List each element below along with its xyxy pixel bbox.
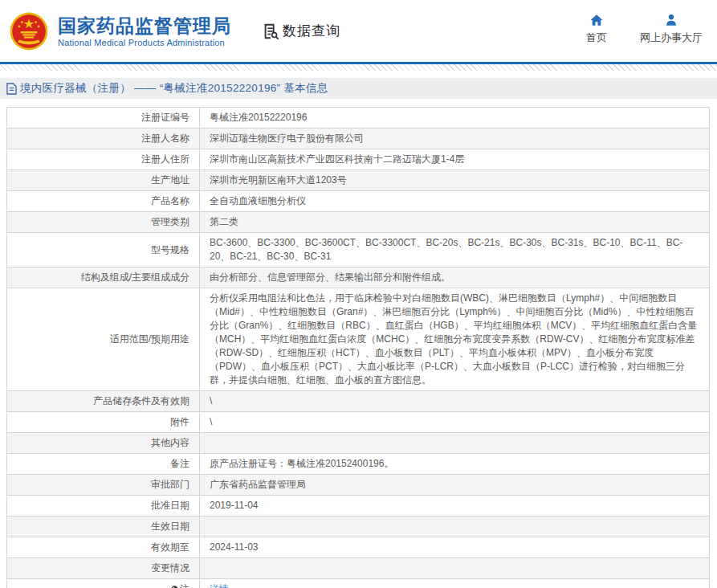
row-value: 由分析部分、信息管理部分、结果输出部分和附件组成。 [200, 267, 710, 288]
document-icon [6, 83, 17, 95]
registration-info-table-wrap: 注册证编号 粤械注准20152220196 注册人名称 深圳迈瑞生物医疗电子股份… [0, 107, 717, 588]
row-label: 注册人名称 [7, 129, 200, 149]
breadcrumb-text: 境内医疗器械（注册） —— “粤械注准20152220196” 基本信息 [20, 81, 328, 96]
row-label: 审批部门 [7, 475, 200, 496]
table-row: 审批部门 广东省药品监督管理局 [7, 475, 710, 496]
data-query-icon [262, 22, 279, 40]
nav-item-label: 网上办事大厅 [640, 31, 703, 45]
row-value: 深圳市南山区高新技术产业园区科技南十二路迈瑞大厦1-4层 [200, 149, 710, 170]
site-header: 国家药品监督管理局 National Medical Products Admi… [0, 0, 717, 62]
table-row: 注册人名称 深圳迈瑞生物医疗电子股份有限公司 [7, 129, 710, 149]
row-label: 管理类别 [7, 212, 200, 233]
table-row: 有效期至 2024-11-03 [7, 537, 710, 558]
row-value: 分析仪采用电阻法和比色法，用于临床检验中对白细胞数目(WBC)、淋巴细胞数目（L… [200, 288, 710, 391]
row-value: 全自动血液细胞分析仪 [200, 191, 710, 212]
table-row: 管理类别 第二类 [7, 212, 710, 233]
row-label: 型号规格 [7, 233, 200, 267]
row-label: 变更情况 [7, 558, 200, 579]
row-label: 适用范围/预期用途 [7, 288, 200, 391]
row-label: 有效期至 [7, 537, 200, 558]
row-label: 注册证编号 [7, 108, 200, 129]
home-icon [589, 13, 604, 27]
row-label: 备注 [7, 454, 200, 475]
national-emblem-logo [8, 10, 50, 52]
row-label: 生效日期 [7, 517, 200, 537]
row-value: 第二类 [200, 212, 710, 233]
row-label: 注册人住所 [7, 149, 200, 170]
row-value: 详情 [200, 579, 710, 588]
data-query-entry[interactable]: 数据查询 [262, 22, 340, 40]
row-value: \ [200, 412, 710, 433]
row-value: 粤械注准20152220196 [200, 108, 710, 129]
hatch-band [0, 64, 717, 71]
table-row: 注 详情 [7, 579, 710, 588]
table-row: 备注 原产品注册证号：粤械注准20152400196。 [7, 454, 710, 475]
table-row: 注册证编号 粤械注准20152220196 [7, 108, 710, 129]
row-label: 产品名称 [7, 191, 200, 212]
page: 国家药品监督管理局 National Medical Products Admi… [0, 0, 717, 588]
row-label: 产品储存条件及有效期 [7, 391, 200, 412]
brand-block: 国家药品监督管理局 National Medical Products Admi… [58, 15, 231, 47]
spacer [0, 99, 717, 107]
row-label: 附件 [7, 412, 200, 433]
table-row: 适用范围/预期用途 分析仪采用电阻法和比色法，用于临床检验中对白细胞数目(WBC… [7, 288, 710, 391]
row-label: 批准日期 [7, 496, 200, 517]
row-value [200, 558, 710, 579]
table-row: 注册人住所 深圳市南山区高新技术产业园区科技南十二路迈瑞大厦1-4层 [7, 149, 710, 170]
spacer [0, 71, 717, 78]
row-value: 广东省药品监督管理局 [200, 475, 710, 496]
table-row: 产品名称 全自动血液细胞分析仪 [7, 191, 710, 212]
breadcrumb: 境内医疗器械（注册） —— “粤械注准20152220196” 基本信息 [0, 78, 717, 99]
site-title: 国家药品监督管理局 [58, 15, 231, 36]
table-row: 生效日期 [7, 517, 710, 537]
person-icon [664, 13, 678, 27]
detail-link[interactable]: 详情 [210, 583, 229, 588]
row-value: 原产品注册证号：粤械注准20152400196。 [200, 454, 710, 475]
row-value: 2024-11-03 [200, 537, 710, 558]
header-nav: 首页 网上办事大厅 [581, 13, 703, 45]
table-row: 其他内容 [7, 433, 710, 454]
row-value: 深圳迈瑞生物医疗电子股份有限公司 [200, 129, 710, 149]
row-value: BC-3600、BC-3300、BC-3600CT、BC-3300CT、BC-2… [200, 233, 710, 267]
row-value [200, 517, 710, 537]
table-row: 批准日期 2019-11-04 [7, 496, 710, 517]
nav-item-service-hall[interactable]: 网上办事大厅 [640, 13, 703, 45]
row-label: 生产地址 [7, 170, 200, 191]
row-label: 其他内容 [7, 433, 200, 454]
table-row: 结构及组成/主要组成成分 由分析部分、信息管理部分、结果输出部分和附件组成。 [7, 267, 710, 288]
table-row: 变更情况 [7, 558, 710, 579]
info-table-body: 注册证编号 粤械注准20152220196 注册人名称 深圳迈瑞生物医疗电子股份… [7, 108, 710, 588]
table-row: 型号规格 BC-3600、BC-3300、BC-3600CT、BC-3300CT… [7, 233, 710, 267]
nav-item-home[interactable]: 首页 [581, 13, 613, 45]
row-value: 深圳市光明新区南环大道1203号 [200, 170, 710, 191]
data-query-label: 数据查询 [283, 22, 340, 40]
table-row: 生产地址 深圳市光明新区南环大道1203号 [7, 170, 710, 191]
table-row: 附件 \ [7, 412, 710, 433]
row-value: 2019-11-04 [200, 496, 710, 517]
nav-item-label: 首页 [586, 31, 607, 45]
table-row: 产品储存条件及有效期 \ [7, 391, 710, 412]
row-value [200, 433, 710, 454]
site-subtitle: National Medical Products Administration [58, 38, 231, 47]
row-label: 结构及组成/主要组成成分 [7, 267, 200, 288]
row-value: \ [200, 391, 710, 412]
registration-info-table: 注册证编号 粤械注准20152220196 注册人名称 深圳迈瑞生物医疗电子股份… [6, 107, 710, 588]
row-label: 注 [7, 579, 200, 588]
